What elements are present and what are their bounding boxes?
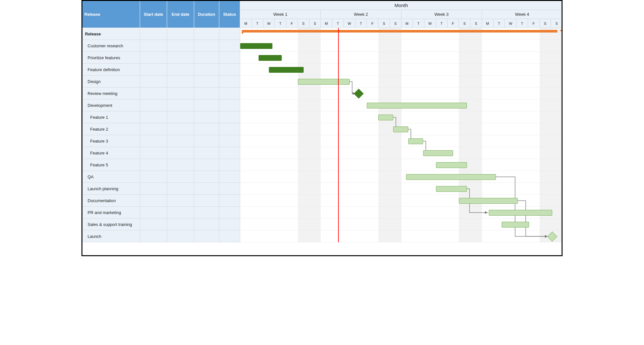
empty-cell[interactable] [194, 207, 219, 218]
empty-cell[interactable] [167, 219, 194, 230]
task-row[interactable]: Design [82, 76, 240, 88]
task-name[interactable]: Development [82, 99, 140, 111]
empty-cell[interactable] [140, 64, 167, 75]
empty-cell[interactable] [140, 99, 167, 111]
empty-cell[interactable] [219, 219, 240, 230]
empty-cell[interactable] [140, 147, 167, 159]
empty-cell[interactable] [140, 135, 167, 147]
empty-cell[interactable] [167, 171, 194, 182]
task-row[interactable]: Documentation [82, 195, 240, 207]
empty-cell[interactable] [140, 88, 167, 99]
task-name[interactable]: Review meeting [82, 88, 140, 99]
empty-cell[interactable] [167, 40, 194, 51]
col-header-release[interactable]: Release [82, 1, 140, 28]
empty-cell[interactable] [219, 52, 240, 63]
task-bar[interactable] [436, 186, 467, 192]
task-name[interactable]: Prioritize features [82, 52, 140, 63]
empty-cell[interactable] [140, 230, 167, 242]
task-bar[interactable] [459, 198, 517, 204]
col-header-duration[interactable]: Duration [194, 1, 219, 28]
task-bar[interactable] [406, 174, 496, 180]
task-row[interactable]: Feature 2 [82, 123, 240, 135]
task-row[interactable]: Feature 1 [82, 111, 240, 123]
task-row[interactable]: Feature 5 [82, 159, 240, 171]
empty-cell[interactable] [219, 76, 240, 87]
task-bar[interactable] [423, 150, 453, 156]
task-name[interactable]: Feature 4 [82, 147, 140, 159]
empty-cell[interactable] [167, 99, 194, 111]
empty-cell[interactable] [219, 207, 240, 218]
empty-cell[interactable] [219, 28, 240, 40]
empty-cell[interactable] [167, 88, 194, 99]
empty-cell[interactable] [194, 135, 219, 147]
task-name[interactable]: QA [82, 171, 140, 182]
empty-cell[interactable] [140, 76, 167, 87]
empty-cell[interactable] [219, 147, 240, 159]
empty-cell[interactable] [194, 171, 219, 182]
task-row[interactable]: Prioritize features [82, 52, 240, 64]
empty-cell[interactable] [194, 147, 219, 159]
col-header-status[interactable]: Status [219, 1, 240, 28]
empty-cell[interactable] [140, 219, 167, 230]
empty-cell[interactable] [140, 52, 167, 63]
task-name[interactable]: Feature 1 [82, 111, 140, 123]
empty-cell[interactable] [219, 195, 240, 206]
task-row[interactable]: Sales & support training [82, 219, 240, 230]
task-bar[interactable] [259, 55, 282, 61]
task-row[interactable]: Review meeting [82, 88, 240, 99]
task-name[interactable]: Feature definition [82, 64, 140, 75]
empty-cell[interactable] [140, 159, 167, 171]
task-bar[interactable] [367, 103, 467, 108]
empty-cell[interactable] [219, 40, 240, 51]
empty-cell[interactable] [194, 195, 219, 206]
task-name[interactable]: Feature 5 [82, 159, 140, 171]
empty-cell[interactable] [219, 183, 240, 194]
empty-cell[interactable] [167, 52, 194, 63]
empty-cell[interactable] [194, 111, 219, 123]
task-bar[interactable] [393, 126, 408, 132]
empty-cell[interactable] [140, 195, 167, 206]
task-name[interactable]: Design [82, 76, 140, 87]
empty-cell[interactable] [194, 230, 219, 242]
empty-cell[interactable] [167, 207, 194, 218]
empty-cell[interactable] [167, 123, 194, 135]
task-bar[interactable] [436, 162, 467, 168]
empty-cell[interactable] [194, 99, 219, 111]
empty-cell[interactable] [167, 230, 194, 242]
task-row[interactable]: Customer research [82, 40, 240, 52]
task-name[interactable]: Sales & support training [82, 219, 140, 230]
empty-cell[interactable] [219, 88, 240, 99]
empty-cell[interactable] [194, 64, 219, 75]
task-row[interactable]: Release [82, 28, 240, 40]
empty-cell[interactable] [167, 76, 194, 87]
task-row[interactable]: PR and marketing [82, 207, 240, 219]
task-name[interactable]: Launch planning [82, 183, 140, 194]
empty-cell[interactable] [194, 28, 219, 40]
task-bar[interactable] [408, 138, 423, 144]
empty-cell[interactable] [140, 183, 167, 194]
empty-cell[interactable] [167, 195, 194, 206]
empty-cell[interactable] [167, 135, 194, 147]
col-header-startdate[interactable]: Start date [140, 1, 167, 28]
empty-cell[interactable] [219, 230, 240, 242]
task-name[interactable]: Customer research [82, 40, 140, 51]
empty-cell[interactable] [219, 135, 240, 147]
task-name[interactable]: Release [82, 28, 140, 40]
empty-cell[interactable] [167, 28, 194, 40]
empty-cell[interactable] [140, 28, 167, 40]
empty-cell[interactable] [167, 111, 194, 123]
empty-cell[interactable] [167, 147, 194, 159]
task-bar[interactable] [378, 115, 393, 120]
task-bar[interactable] [269, 67, 303, 73]
empty-cell[interactable] [194, 52, 219, 63]
task-name[interactable]: Feature 2 [82, 123, 140, 135]
task-bar[interactable] [502, 222, 529, 228]
task-row[interactable]: Development [82, 99, 240, 111]
empty-cell[interactable] [194, 88, 219, 99]
task-row[interactable]: Launch [82, 230, 240, 242]
task-name[interactable]: Documentation [82, 195, 140, 206]
task-name[interactable]: Feature 3 [82, 135, 140, 147]
empty-cell[interactable] [140, 123, 167, 135]
task-row[interactable]: Feature definition [82, 64, 240, 76]
empty-cell[interactable] [140, 40, 167, 51]
